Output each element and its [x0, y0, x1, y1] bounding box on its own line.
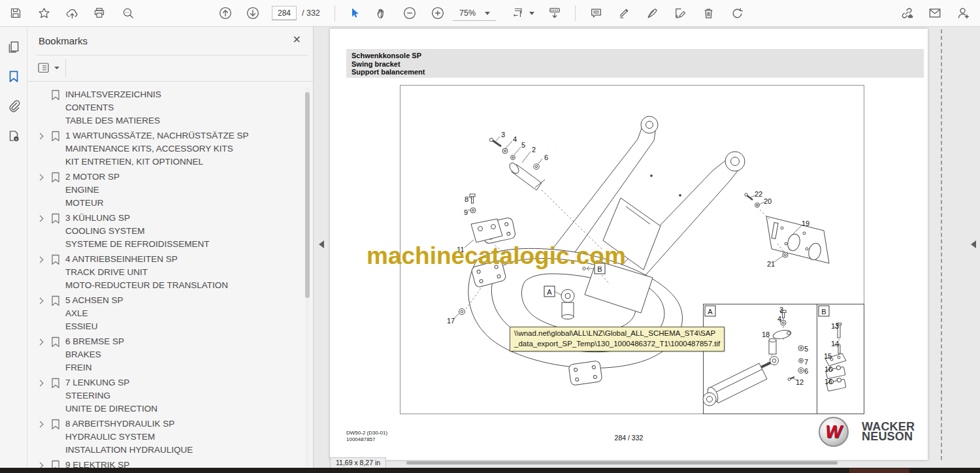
bookmark-item[interactable]: 6 BREMSE SPBRAKESFREIN — [27, 335, 304, 374]
diagram-part-number: 2 — [532, 146, 536, 154]
divider — [37, 55, 308, 56]
diagram-part-number: 12 — [796, 378, 804, 386]
bookmark-item[interactable]: 4 ANTRIEBSEINHEITEN SPTRACK DRIVE UNITMO… — [27, 253, 304, 292]
bookmark-label: 2 MOTOR SP — [65, 171, 304, 184]
bookmark-label: UNITE DE DIRECTION — [65, 402, 304, 416]
bookmark-labels: 5 ACHSEN SPAXLEESSIEU — [65, 294, 304, 333]
diagram-part-number: 16 — [825, 365, 832, 373]
chevron-down-icon — [485, 12, 490, 15]
expand-chevron-icon[interactable] — [37, 421, 44, 428]
bookmark-ribbon-icon — [51, 419, 65, 457]
page-down-button[interactable] — [244, 4, 262, 22]
collapse-left-panel-handle[interactable] — [319, 240, 324, 248]
chevron-down-icon — [529, 12, 534, 15]
expand-chevron-icon[interactable] — [37, 216, 44, 222]
rotate-button[interactable] — [728, 4, 746, 22]
expand-chevron-icon[interactable] — [37, 257, 44, 263]
diagram-part-number: 7 — [804, 358, 808, 366]
bookmarks-panel: Bookmarks ✕ INHALTSVERZEICHNISCONTENTSTA… — [27, 27, 314, 468]
delete-pages-button[interactable] — [699, 4, 717, 22]
expand-chevron-icon[interactable] — [37, 133, 44, 140]
fit-page-button[interactable] — [511, 4, 536, 22]
add-account-button[interactable] — [954, 4, 972, 22]
bookmark-label: KIT ENTRETIEN, KIT OPTIONNEL — [65, 155, 304, 169]
star-button[interactable] — [35, 4, 53, 22]
diagram-part-number: 17 — [447, 317, 455, 325]
options-list-icon — [38, 63, 50, 73]
close-icon[interactable]: ✕ — [293, 34, 301, 46]
bookmark-label: 3 KÜHLUNG SP — [65, 212, 304, 225]
diagram-part-number: 15 — [824, 352, 832, 360]
zoom-level-dropdown[interactable]: 75% — [453, 6, 496, 21]
scrolling-mode-button[interactable] — [546, 4, 564, 22]
print-button[interactable] — [90, 4, 108, 22]
pdf-page[interactable]: Schwenkkonsole SP Swing bracket Support … — [330, 29, 928, 460]
diagram-part-number: 6 — [544, 154, 548, 161]
scrollbar-thumb[interactable] — [305, 92, 310, 298]
bookmark-label: 1 WARTUNGSSÄTZE, NACHRÜSTSÄTZE SP — [65, 129, 304, 142]
diagram-part-number: 8 — [465, 195, 468, 203]
bookmark-label: TABLE DES MATIERES — [65, 114, 304, 127]
save-button[interactable] — [7, 4, 25, 22]
search-icon[interactable] — [119, 4, 137, 22]
share-button[interactable] — [63, 4, 81, 22]
edit-page-button[interactable] — [670, 4, 689, 22]
bookmark-labels: 3 KÜHLUNG SPCOOLING SYSTEMSYSTEME DE REF… — [65, 212, 304, 251]
page-thumbnails-icon[interactable] — [5, 38, 23, 56]
bookmark-item[interactable]: 5 ACHSEN SPAXLEESSIEU — [27, 294, 304, 333]
bookmark-label: 7 LENKUNG SP — [65, 376, 304, 389]
zoom-out-button[interactable] — [400, 4, 419, 22]
bookmark-item[interactable]: 3 KÜHLUNG SPCOOLING SYSTEMSYSTEME DE REF… — [27, 212, 304, 251]
bookmark-item[interactable]: 9 ELEKTRIK SP — [27, 459, 304, 468]
page-number-input[interactable]: 284 — [272, 6, 297, 20]
expand-chevron-icon[interactable] — [37, 463, 44, 468]
model-tree-icon[interactable] — [5, 127, 23, 145]
horizontal-scrollbar[interactable] — [406, 461, 838, 465]
attachments-icon[interactable] — [5, 96, 23, 114]
expand-chevron-icon[interactable] — [37, 174, 44, 181]
bookmark-label: HYDRAULIC SYSTEM — [65, 431, 304, 444]
highlight-button[interactable] — [615, 4, 633, 22]
comment-button[interactable] — [587, 4, 605, 22]
diagram-part-number: 20 — [764, 197, 772, 205]
diagram-callout-box: B — [819, 306, 830, 317]
diagram-part-number: 3 — [501, 131, 505, 139]
bookmark-labels: INHALTSVERZEICHNISCONTENTSTABLE DES MATI… — [65, 88, 304, 127]
taskbar-edge — [0, 468, 980, 473]
expand-chevron-icon[interactable] — [37, 298, 44, 304]
bookmark-item[interactable]: 1 WARTUNGSSÄTZE, NACHRÜSTSÄTZE SPMAINTEN… — [27, 129, 304, 169]
bookmark-label: 4 ANTRIEBSEINHEITEN SP — [65, 253, 304, 266]
bookmark-label: STEERING — [65, 389, 304, 402]
bookmark-ribbon-icon — [51, 254, 65, 292]
bookmarks-icon[interactable] — [5, 67, 23, 86]
bookmark-item[interactable]: 2 MOTOR SPENGINEMOTEUR — [27, 171, 304, 210]
bookmark-label: MOTEUR — [65, 197, 304, 210]
diagram-part-number: 18 — [762, 331, 770, 338]
expand-chevron-icon[interactable] — [37, 380, 44, 387]
toolbar-separator — [335, 5, 335, 21]
share-link-button[interactable] — [898, 4, 916, 22]
diagram-callout-box: A — [705, 306, 716, 317]
bookmark-label: SYSTEME DE REFROIDISSEMENT — [65, 238, 304, 251]
bookmarks-scrollbar[interactable] — [305, 88, 310, 467]
expand-chevron-icon[interactable] — [37, 339, 44, 346]
diagram-part-number: 4 — [513, 135, 517, 143]
diagram-part-number: 9 — [464, 208, 468, 216]
bookmarks-options-button[interactable] — [38, 60, 60, 76]
bookmark-ribbon-icon — [51, 336, 65, 374]
bookmark-item[interactable]: 8 ARBEITSHYDRAULIK SPHYDRAULIC SYSTEMINS… — [27, 417, 304, 457]
bookmark-item[interactable]: INHALTSVERZEICHNISCONTENTSTABLE DES MATI… — [27, 88, 304, 127]
page-up-button[interactable] — [216, 4, 235, 22]
email-button[interactable] — [926, 4, 944, 22]
zoom-in-button[interactable] — [429, 4, 447, 22]
bookmark-item[interactable]: 7 LENKUNG SPSTEERINGUNITE DE DIRECTION — [27, 376, 304, 416]
open-right-panel-handle[interactable] — [971, 240, 976, 248]
diagram-part-number: 22 — [755, 190, 762, 198]
diagram-part-number: 21 — [767, 260, 775, 268]
hand-tool-button[interactable] — [372, 4, 391, 22]
diagram-part-number: 14 — [831, 340, 839, 348]
select-tool-button[interactable] — [345, 4, 363, 22]
bookmark-label: CONTENTS — [65, 101, 304, 114]
app-window: 284 / 332 75% Bookmarks ✕ — [0, 0, 980, 473]
sign-button[interactable] — [643, 4, 661, 22]
